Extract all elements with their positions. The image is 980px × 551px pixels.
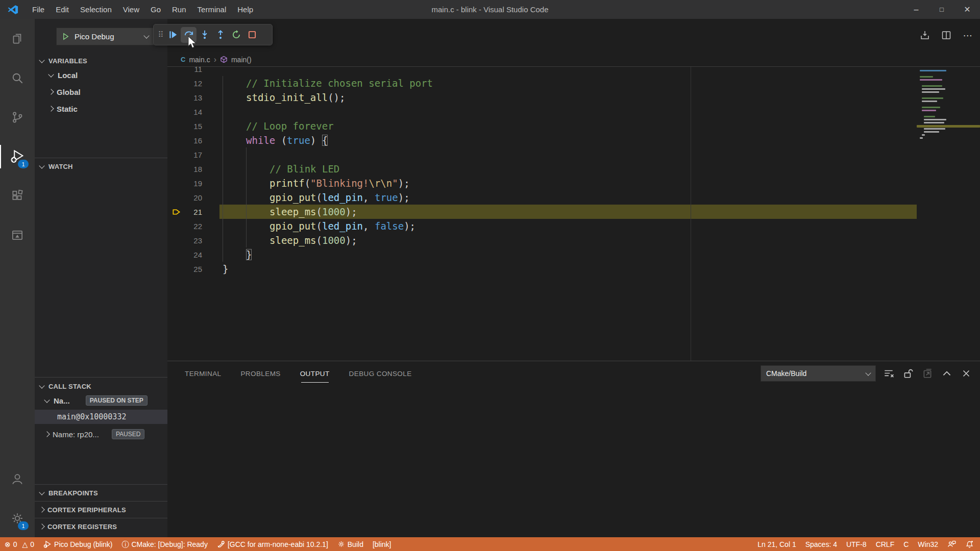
call-stack-thread-1[interactable]: Na... PAUSED ON STEP (35, 393, 167, 408)
source-control-icon[interactable] (0, 102, 35, 133)
code-line-17[interactable]: 17 (167, 147, 980, 162)
step-into-button[interactable] (197, 27, 212, 43)
minimap[interactable] (917, 67, 980, 361)
settings-gear-icon[interactable]: 1 (0, 503, 35, 534)
build-target-status[interactable]: [blink] (368, 537, 396, 551)
code-line-21[interactable]: 21sleep_ms(1000); (167, 205, 980, 219)
code-line-15[interactable]: 15// Loop forever (167, 119, 980, 133)
breadcrumb-symbol[interactable]: main() (231, 56, 252, 64)
call-stack-section-header[interactable]: CALL STACK (35, 379, 167, 394)
tab-terminal[interactable]: TERMINAL (185, 368, 221, 380)
code-text: // Blink LED (205, 163, 339, 174)
breakpoints-section-header[interactable]: BREAKPOINTS (35, 485, 167, 500)
debug-icon (43, 540, 52, 548)
run-project-icon[interactable] (918, 28, 932, 42)
close-panel-icon[interactable] (960, 367, 973, 380)
menu-go[interactable]: Go (145, 0, 166, 19)
clear-output-icon[interactable] (882, 367, 895, 380)
variables-section-header[interactable]: VARIABLES (35, 53, 167, 68)
continue-button[interactable] (165, 27, 181, 43)
minimap-line (922, 91, 939, 93)
split-editor-icon[interactable] (939, 28, 953, 42)
step-over-button[interactable] (181, 27, 197, 43)
variables-scope-local[interactable]: Local (35, 67, 167, 83)
chevron-down-icon (39, 383, 44, 388)
maximize-button[interactable]: □ (929, 0, 954, 19)
code-text: printf("Blinking!\r\n"); (205, 178, 410, 189)
line-number: 14 (185, 108, 205, 116)
indentation-status[interactable]: Spaces: 4 (801, 537, 842, 551)
code-line-11[interactable]: 11 (167, 67, 980, 76)
restart-button[interactable] (228, 27, 244, 43)
code-viewport[interactable]: 1112// Initialize chosen serial port13st… (167, 67, 980, 361)
debug-session-status[interactable]: Pico Debug (blink) (39, 537, 117, 551)
code-line-19[interactable]: 19printf("Blinking!\r\n"); (167, 176, 980, 190)
toolbar-drag-handle-icon[interactable]: ⠿ (156, 32, 165, 37)
call-stack-frame-selected[interactable]: main@0x10000332 (35, 410, 167, 424)
tab-debug-console[interactable]: DEBUG CONSOLE (349, 368, 412, 380)
debug-toolbar: ⠿ (153, 24, 273, 45)
code-line-16[interactable]: 16while (true) { (167, 133, 980, 147)
problems-status[interactable]: ⊗ 0 △ 0 (0, 537, 39, 551)
menu-file[interactable]: File (27, 0, 50, 19)
stop-button[interactable] (244, 27, 260, 43)
tab-output[interactable]: OUTPUT (300, 368, 330, 380)
extensions-icon[interactable] (0, 180, 35, 212)
unlock-scroll-icon[interactable] (901, 367, 915, 380)
more-actions-icon[interactable]: ⋯ (961, 28, 975, 42)
watch-section-header[interactable]: WATCH (35, 159, 167, 174)
cmake-status[interactable]: ⓘ CMake: [Debug]: Ready (117, 537, 212, 551)
tab-problems[interactable]: PROBLEMS (240, 368, 280, 380)
line-number: 15 (185, 122, 205, 131)
menu-help[interactable]: Help (232, 0, 259, 19)
language-mode-status[interactable]: C (899, 537, 913, 551)
pico-kit-icon[interactable] (0, 219, 35, 251)
variables-scope-global[interactable]: Global (35, 84, 167, 99)
menu-edit[interactable]: Edit (50, 0, 75, 19)
eol-status[interactable]: CRLF (871, 537, 899, 551)
thread-status-badge: PAUSED ON STEP (86, 395, 148, 406)
variables-scope-static[interactable]: Static (35, 101, 167, 116)
code-text: // Initialize chosen serial port (205, 78, 433, 89)
cmake-kit-status[interactable]: [GCC for arm-none-eabi 10.2.1] (212, 537, 333, 551)
maximize-panel-icon[interactable] (940, 367, 953, 380)
code-line-14[interactable]: 14 (167, 105, 980, 119)
menu-terminal[interactable]: Terminal (192, 0, 232, 19)
open-output-in-editor-icon[interactable] (921, 367, 934, 380)
step-out-button[interactable] (212, 27, 228, 43)
cursor-position-status[interactable]: Ln 21, Col 1 (753, 537, 801, 551)
platform-status[interactable]: Win32 (913, 537, 943, 551)
breadcrumb[interactable]: C main.c › main() (167, 53, 980, 67)
breadcrumb-file[interactable]: main.c (189, 56, 210, 64)
code-line-20[interactable]: 20gpio_put(led_pin, true); (167, 190, 980, 205)
cortex-registers-section-header[interactable]: CORTEX REGISTERS (35, 519, 167, 534)
menu-view[interactable]: View (117, 0, 145, 19)
menu-run[interactable]: Run (166, 0, 192, 19)
call-stack-thread-2[interactable]: Name: rp20... PAUSED (35, 427, 167, 442)
launch-config-select[interactable]: Pico Debug (56, 28, 154, 45)
feedback-icon[interactable] (943, 537, 961, 551)
search-icon[interactable] (0, 62, 35, 94)
line-number: 25 (185, 265, 205, 273)
cortex-peripherals-section-header[interactable]: CORTEX PERIPHERALS (35, 502, 167, 517)
code-line-25[interactable]: 25} (167, 262, 980, 276)
cmake-build-button[interactable]: Build (333, 537, 368, 551)
encoding-status[interactable]: UTF-8 (842, 537, 871, 551)
run-and-debug-icon[interactable]: 1 (0, 141, 35, 172)
menu-selection[interactable]: Selection (75, 0, 117, 19)
explorer-icon[interactable] (0, 23, 35, 55)
close-button[interactable]: ✕ (954, 0, 980, 19)
minimap-line (920, 79, 942, 81)
code-line-18[interactable]: 18// Blink LED (167, 162, 980, 176)
code-text: stdio_init_all(); (205, 92, 345, 103)
code-line-24[interactable]: 24} (167, 247, 980, 262)
line-number: 24 (185, 251, 205, 259)
output-channel-select[interactable]: CMake/Build (761, 365, 876, 382)
minimize-button[interactable]: – (903, 0, 929, 19)
account-icon[interactable] (0, 463, 35, 495)
code-line-12[interactable]: 12// Initialize chosen serial port (167, 76, 980, 90)
code-line-23[interactable]: 23sleep_ms(1000); (167, 233, 980, 247)
notifications-bell-icon[interactable] (961, 537, 980, 551)
code-line-13[interactable]: 13stdio_init_all(); (167, 90, 980, 105)
code-line-22[interactable]: 22gpio_put(led_pin, false); (167, 219, 980, 233)
